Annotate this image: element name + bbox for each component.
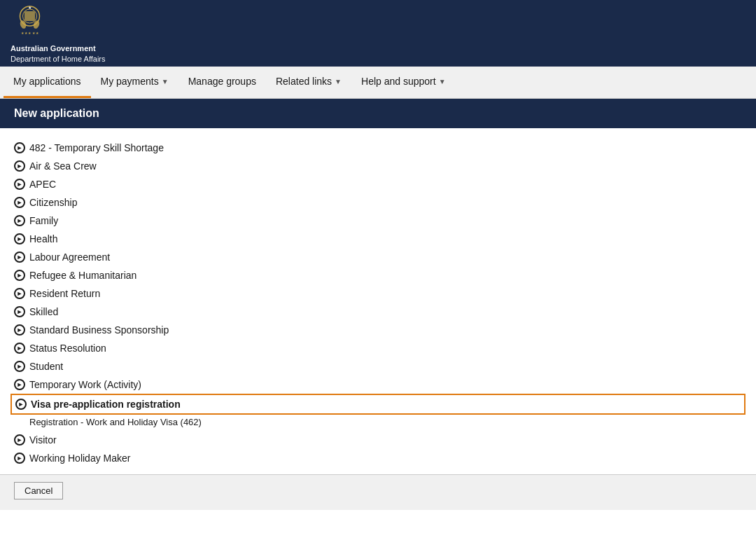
- svg-point-5: [32, 20, 41, 29]
- panel-title: New application: [0, 99, 756, 128]
- list-item-refugee[interactable]: ► Refugee & Humanitarian: [14, 266, 742, 284]
- list-item-student[interactable]: ► Student: [14, 357, 742, 375]
- list-item-visitor[interactable]: ► Visitor: [14, 431, 742, 449]
- nav-my-applications[interactable]: My applications: [4, 67, 91, 98]
- application-list-continued: ► Visitor ► Working Holiday Maker: [14, 431, 742, 467]
- circle-arrow-icon: ►: [14, 233, 25, 244]
- list-item-resident-return[interactable]: ► Resident Return: [14, 284, 742, 303]
- circle-arrow-icon: ►: [14, 270, 25, 281]
- org-name: Australian Government Department of Home…: [10, 43, 106, 65]
- circle-arrow-icon: ►: [14, 343, 25, 354]
- main-navigation: My applications My payments ▼ Manage gro…: [0, 67, 756, 99]
- list-item-temporary-work[interactable]: ► Temporary Work (Activity): [14, 375, 742, 394]
- svg-point-4: [19, 20, 27, 29]
- cancel-button[interactable]: Cancel: [14, 482, 63, 499]
- dropdown-arrow-icon: ▼: [162, 78, 169, 85]
- list-item-health[interactable]: ► Health: [14, 230, 742, 248]
- circle-arrow-icon: ►: [14, 361, 25, 372]
- svg-rect-2: [24, 11, 35, 21]
- list-item-air-sea-crew[interactable]: ► Air & Sea Crew: [14, 157, 742, 175]
- list-item-standard-business[interactable]: ► Standard Business Sponsorship: [14, 321, 742, 339]
- new-application-panel: New application ► 482 - Temporary Skill …: [0, 99, 756, 474]
- coat-of-arms-icon: ★ ★ ★ ★ ★ ★: [10, 2, 49, 41]
- svg-text:★: ★: [28, 6, 31, 10]
- nav-my-payments[interactable]: My payments ▼: [91, 67, 178, 98]
- main-content: eduFair eduFair eduFair eduFair eduFair …: [0, 99, 756, 510]
- nav-manage-groups[interactable]: Manage groups: [178, 67, 266, 98]
- list-item-family[interactable]: ► Family: [14, 212, 742, 230]
- dropdown-arrow-icon: ▼: [335, 78, 342, 85]
- list-item-visa-pre-application[interactable]: ► Visa pre-application registration: [10, 394, 746, 415]
- circle-arrow-icon: ►: [15, 399, 27, 410]
- list-item-citizenship[interactable]: ► Citizenship: [14, 193, 742, 212]
- page-header: ★ ★ ★ ★ ★ ★ Australian Government Depart…: [0, 0, 756, 67]
- government-logo: ★ ★ ★ ★ ★ ★ Australian Government Depart…: [10, 2, 106, 65]
- circle-arrow-icon: ►: [14, 324, 25, 336]
- list-item-482[interactable]: ► 482 - Temporary Skill Shortage: [14, 139, 742, 157]
- panel-body: ► 482 - Temporary Skill Shortage ► Air &…: [0, 128, 756, 474]
- svg-text:★ ★ ★ ★ ★: ★ ★ ★ ★ ★: [21, 31, 40, 35]
- circle-arrow-icon: ►: [14, 179, 25, 190]
- sub-item-registration-462[interactable]: Registration - Work and Holiday Visa (46…: [14, 415, 742, 431]
- circle-arrow-icon: ►: [14, 215, 25, 226]
- circle-arrow-icon: ►: [14, 288, 25, 299]
- list-item-status-resolution[interactable]: ► Status Resolution: [14, 339, 742, 357]
- circle-arrow-icon: ►: [14, 453, 25, 464]
- list-item-working-holiday[interactable]: ► Working Holiday Maker: [14, 449, 742, 467]
- circle-arrow-icon: ►: [14, 197, 25, 208]
- panel-footer: Cancel: [0, 474, 756, 510]
- circle-arrow-icon: ►: [14, 142, 25, 153]
- application-list: ► 482 - Temporary Skill Shortage ► Air &…: [14, 139, 742, 415]
- list-item-labour-agreement[interactable]: ► Labour Agreement: [14, 248, 742, 266]
- nav-help-support[interactable]: Help and support ▼: [351, 67, 456, 98]
- circle-arrow-icon: ►: [14, 379, 25, 390]
- list-item-skilled[interactable]: ► Skilled: [14, 303, 742, 321]
- nav-related-links[interactable]: Related links ▼: [266, 67, 351, 98]
- dropdown-arrow-icon: ▼: [439, 78, 446, 85]
- list-item-apec[interactable]: ► APEC: [14, 175, 742, 193]
- circle-arrow-icon: ►: [14, 160, 25, 172]
- circle-arrow-icon: ►: [14, 306, 25, 317]
- circle-arrow-icon: ►: [14, 251, 25, 263]
- circle-arrow-icon: ►: [14, 434, 25, 446]
